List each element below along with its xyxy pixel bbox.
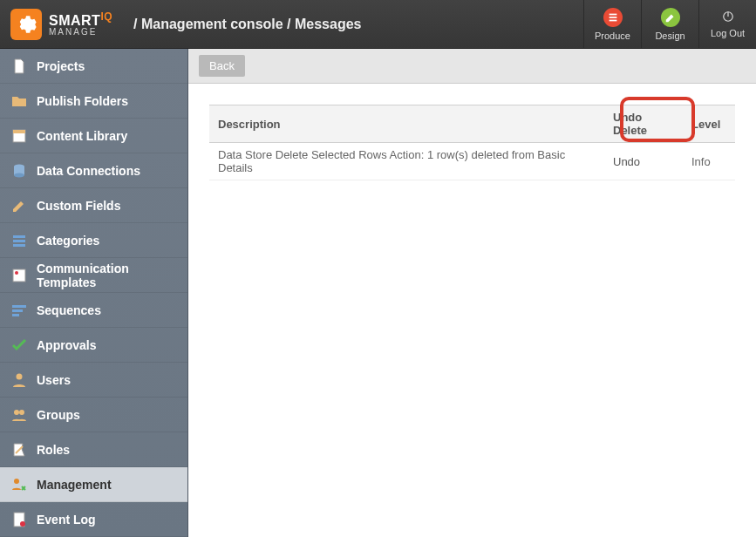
- svg-rect-10: [13, 235, 25, 238]
- svg-rect-13: [13, 269, 25, 282]
- design-icon: [661, 8, 680, 27]
- col-description[interactable]: Description: [209, 105, 604, 143]
- check-icon: [10, 336, 28, 354]
- sidebar-item-projects[interactable]: Projects: [0, 49, 187, 84]
- sidebar-item-label: Projects: [37, 59, 85, 73]
- sidebar-item-data-connections[interactable]: Data Connections: [0, 153, 187, 188]
- design-label: Design: [655, 31, 684, 41]
- svg-rect-12: [13, 244, 25, 247]
- svg-rect-2: [609, 19, 616, 21]
- svg-rect-16: [12, 309, 23, 312]
- sidebar-item-label: Publish Folders: [37, 94, 128, 108]
- sidebar-item-label: Custom Fields: [37, 199, 120, 213]
- gear-icon: [10, 9, 42, 40]
- cell-description: Data Store Delete Selected Rows Action: …: [209, 143, 604, 180]
- sidebar-item-label: Communication Templates: [37, 262, 177, 289]
- svg-rect-6: [13, 130, 25, 133]
- col-undo-delete[interactable]: Undo Delete: [604, 105, 683, 143]
- brand-name-2: IQ: [100, 10, 112, 23]
- library-icon: [10, 127, 28, 145]
- sidebar-item-label: Users: [37, 373, 71, 387]
- sidebar-item-label: Approvals: [37, 338, 96, 352]
- sidebar-item-label: Data Connections: [37, 164, 140, 178]
- produce-icon: [603, 8, 623, 27]
- group-icon: [10, 406, 28, 424]
- pencil-icon: [10, 197, 28, 214]
- svg-rect-1: [609, 17, 616, 18]
- produce-button[interactable]: Produce: [583, 0, 641, 48]
- col-level[interactable]: Level: [683, 105, 735, 143]
- sidebar-item-content-library[interactable]: Content Library: [0, 119, 187, 153]
- file-icon: [10, 58, 28, 75]
- svg-rect-11: [13, 240, 25, 242]
- brand-name-1: SMART: [49, 13, 100, 28]
- main-content: Back Description Undo Delete Level Data …: [188, 49, 756, 537]
- sequence-icon: [10, 302, 28, 319]
- sidebar-item-label: Management: [37, 478, 112, 492]
- logout-icon: [722, 10, 734, 24]
- svg-rect-15: [12, 305, 26, 308]
- roles-icon: [10, 441, 28, 459]
- back-button[interactable]: Back: [199, 55, 245, 77]
- undo-link[interactable]: Undo: [604, 143, 683, 180]
- svg-point-23: [20, 521, 25, 527]
- cell-level: Info: [683, 143, 735, 180]
- breadcrumb: / Management console / Messages: [123, 17, 583, 32]
- sidebar-item-users[interactable]: Users: [0, 363, 187, 398]
- user-icon: [10, 371, 28, 389]
- brand-subtitle: MANAGE: [49, 28, 112, 37]
- header-actions: Produce Design Log Out: [583, 0, 756, 48]
- brand-logo: SMARTIQ MANAGE: [0, 0, 123, 48]
- db-icon: [10, 162, 28, 180]
- produce-label: Produce: [595, 31, 630, 41]
- logout-label: Log Out: [711, 28, 745, 38]
- logout-button[interactable]: Log Out: [698, 0, 756, 48]
- sidebar-item-label: Event Log: [37, 513, 96, 527]
- content-toolbar: Back: [188, 49, 756, 84]
- sidebar-item-sequences[interactable]: Sequences: [0, 293, 187, 328]
- svg-rect-0: [609, 13, 616, 15]
- sidebar-item-approvals[interactable]: Approvals: [0, 328, 187, 363]
- svg-point-18: [17, 373, 23, 379]
- svg-point-9: [14, 173, 24, 177]
- design-button[interactable]: Design: [641, 0, 698, 48]
- sidebar: ProjectsPublish FoldersContent LibraryDa…: [0, 49, 188, 537]
- sidebar-item-groups[interactable]: Groups: [0, 398, 187, 432]
- sidebar-item-label: Roles: [37, 443, 70, 457]
- folder-icon: [10, 92, 28, 110]
- svg-point-14: [15, 271, 18, 275]
- sidebar-item-label: Groups: [37, 408, 80, 422]
- svg-rect-17: [12, 314, 19, 316]
- svg-point-21: [14, 479, 19, 484]
- table-row: Data Store Delete Selected Rows Action: …: [209, 143, 735, 180]
- sidebar-item-management[interactable]: Management: [0, 467, 187, 502]
- messages-table: Description Undo Delete Level Data Store…: [209, 105, 735, 180]
- svg-point-20: [19, 410, 24, 415]
- template-icon: [10, 267, 28, 284]
- sidebar-item-publish-folders[interactable]: Publish Folders: [0, 84, 187, 119]
- sidebar-item-categories[interactable]: Categories: [0, 223, 187, 258]
- sidebar-item-label: Categories: [37, 234, 99, 248]
- sidebar-item-roles[interactable]: Roles: [0, 432, 187, 467]
- sidebar-item-communication-templates[interactable]: Communication Templates: [0, 258, 187, 293]
- sidebar-item-label: Content Library: [37, 129, 127, 143]
- sidebar-item-label: Sequences: [37, 303, 101, 317]
- manage-icon: [10, 476, 28, 493]
- log-icon: [10, 511, 28, 528]
- svg-point-19: [14, 410, 19, 415]
- sidebar-item-event-log[interactable]: Event Log: [0, 502, 187, 537]
- app-header: SMARTIQ MANAGE / Management console / Me…: [0, 0, 756, 49]
- sidebar-item-custom-fields[interactable]: Custom Fields: [0, 188, 187, 223]
- stack-icon: [10, 232, 28, 249]
